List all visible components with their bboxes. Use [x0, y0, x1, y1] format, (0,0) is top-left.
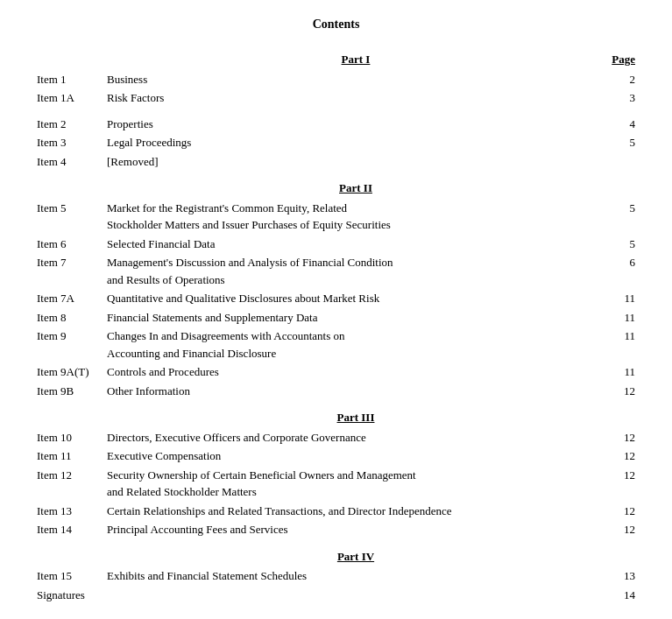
- table-row: Item 7A Quantitative and Qualitative Dis…: [35, 289, 637, 308]
- table-row: Item 9B Other Information 12: [35, 382, 637, 401]
- item-page: 11: [606, 362, 637, 382]
- part-ii-header-row: Part II: [35, 171, 637, 199]
- part-ii-label: Part II: [105, 171, 606, 199]
- item-desc: Management's Discussion and Analysis of …: [105, 253, 606, 289]
- item-label: Item 6: [35, 235, 105, 254]
- item-page: 12: [606, 447, 637, 466]
- item-page: 11: [606, 289, 637, 308]
- table-row: Item 1 Business 2: [35, 70, 637, 89]
- item-page: 12: [606, 428, 637, 447]
- item-desc: Security Ownership of Certain Beneficial…: [105, 466, 606, 502]
- item-label: Item 7A: [35, 289, 105, 308]
- part-ii-page-cell: [606, 171, 637, 199]
- item-page: 12: [606, 502, 637, 521]
- part-iv-page-cell: [606, 539, 637, 567]
- part-iii-item-cell: [35, 400, 105, 428]
- item-page: 11: [606, 327, 637, 362]
- item-desc: Changes In and Disagreements with Accoun…: [105, 327, 606, 362]
- part-ii-item-cell: [35, 171, 105, 199]
- table-row: Item 2 Properties 4: [35, 115, 637, 134]
- item-label: Item 9B: [35, 382, 105, 401]
- item-label: Item 11: [35, 447, 105, 466]
- item-page: 5: [606, 133, 637, 152]
- toc-table: Part I Page Item 1 Business 2 Item 1A Ri…: [35, 47, 637, 604]
- part-i-label: Part I: [105, 47, 606, 70]
- table-row: Item 11 Executive Compensation 12: [35, 447, 637, 466]
- table-row: Item 15 Exhibits and Financial Statement…: [35, 566, 637, 586]
- spacer-row: [35, 108, 637, 115]
- table-row: Item 14 Principal Accounting Fees and Se…: [35, 520, 637, 539]
- item-page: 14: [606, 586, 637, 605]
- item-label: Item 13: [35, 502, 105, 521]
- item-page: 5: [606, 199, 637, 235]
- table-row: Item 13 Certain Relationships and Relate…: [35, 502, 637, 521]
- item-label: Item 14: [35, 520, 105, 539]
- table-row: Item 8 Financial Statements and Suppleme…: [35, 308, 637, 327]
- item-label: Item 3: [35, 133, 105, 152]
- item-desc: Risk Factors: [105, 88, 606, 108]
- item-page: 2: [606, 70, 637, 89]
- table-row: Item 4 [Removed]: [35, 152, 637, 172]
- item-label: Item 9A(T): [35, 362, 105, 382]
- item-label: Item 10: [35, 428, 105, 447]
- table-row: Item 10 Directors, Executive Officers an…: [35, 428, 637, 447]
- item-label: Item 1: [35, 70, 105, 89]
- item-page: 4: [606, 115, 637, 134]
- part-i-item-cell: [35, 47, 105, 70]
- item-desc: Executive Compensation: [105, 447, 606, 466]
- item-desc: Controls and Procedures: [105, 362, 606, 382]
- item-label: Item 5: [35, 199, 105, 235]
- item-page: [606, 152, 637, 172]
- item-page: 12: [606, 520, 637, 539]
- item-page: 5: [606, 235, 637, 254]
- item-label: Item 12: [35, 466, 105, 502]
- table-row: Item 9 Changes In and Disagreements with…: [35, 327, 637, 362]
- table-row: Item 7 Management's Discussion and Analy…: [35, 253, 637, 289]
- item-label: Item 9: [35, 327, 105, 362]
- item-label: Item 2: [35, 115, 105, 134]
- item-label: Item 15: [35, 566, 105, 586]
- page-label: Page: [612, 53, 635, 66]
- item-page: 12: [606, 466, 637, 502]
- part-iii-label: Part III: [105, 400, 606, 428]
- table-row: Item 3 Legal Proceedings 5: [35, 133, 637, 152]
- item-page: 11: [606, 308, 637, 327]
- item-desc: Principal Accounting Fees and Services: [105, 520, 606, 539]
- item-desc: Selected Financial Data: [105, 235, 606, 254]
- item-desc: Exhibits and Financial Statement Schedul…: [105, 566, 606, 586]
- item-desc: Market for the Registrant's Common Equit…: [105, 199, 606, 235]
- part-iii-header-row: Part III: [35, 400, 637, 428]
- item-label: Signatures: [35, 586, 105, 605]
- table-row: Signatures 14: [35, 586, 637, 605]
- part-iv-header-row: Part IV: [35, 539, 637, 567]
- item-desc: Properties: [105, 115, 606, 134]
- item-label: Item 7: [35, 253, 105, 289]
- item-desc: Directors, Executive Officers and Corpor…: [105, 428, 606, 447]
- item-page: 12: [606, 382, 637, 401]
- part-i-page-header: Page: [606, 47, 637, 70]
- part-ii-text: Part II: [339, 181, 372, 194]
- part-iv-text: Part IV: [337, 550, 374, 563]
- item-desc: [Removed]: [105, 152, 606, 172]
- item-desc: Legal Proceedings: [105, 133, 606, 152]
- item-page: 13: [606, 566, 637, 586]
- table-row: Item 5 Market for the Registrant's Commo…: [35, 199, 637, 235]
- item-page: 3: [606, 88, 637, 108]
- item-label: Item 8: [35, 308, 105, 327]
- table-row: Item 1A Risk Factors 3: [35, 88, 637, 108]
- table-row: Item 9A(T) Controls and Procedures 11: [35, 362, 637, 382]
- item-desc: [105, 586, 606, 605]
- part-iv-label: Part IV: [105, 539, 606, 567]
- item-label: Item 4: [35, 152, 105, 172]
- item-page: 6: [606, 253, 637, 289]
- table-row: Item 6 Selected Financial Data 5: [35, 235, 637, 254]
- page-title: Contents: [35, 18, 637, 32]
- item-label: Item 1A: [35, 88, 105, 108]
- part-iii-page-cell: [606, 400, 637, 428]
- table-row: Item 12 Security Ownership of Certain Be…: [35, 466, 637, 502]
- item-desc: Other Information: [105, 382, 606, 401]
- part-iii-text: Part III: [337, 411, 375, 424]
- item-desc: Quantitative and Qualitative Disclosures…: [105, 289, 606, 308]
- part-i-text: Part I: [342, 53, 371, 66]
- part-i-header-row: Part I Page: [35, 47, 637, 70]
